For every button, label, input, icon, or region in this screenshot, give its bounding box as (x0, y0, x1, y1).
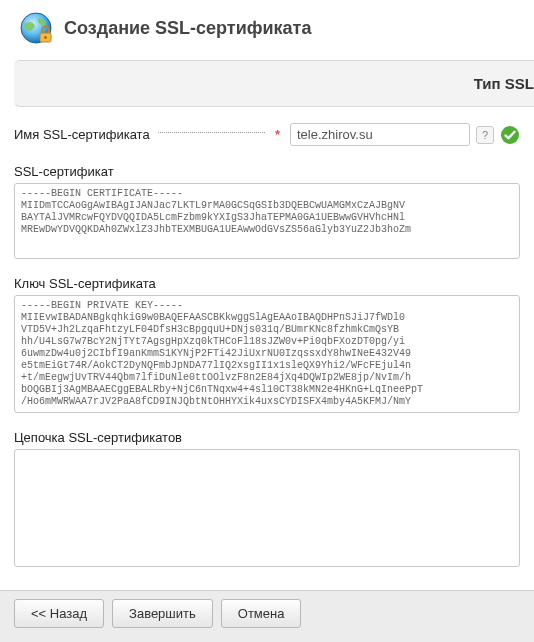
help-icon[interactable]: ? (476, 126, 494, 144)
page-title: Создание SSL-сертификата (64, 18, 311, 39)
finish-button[interactable]: Завершить (112, 599, 213, 628)
cert-name-label: Имя SSL-сертификата (14, 127, 150, 142)
chain-textarea[interactable] (14, 449, 520, 567)
cert-label: SSL-сертификат (0, 150, 534, 183)
type-section-header: Тип SSL (14, 60, 534, 107)
svg-point-2 (44, 36, 47, 39)
dotted-leader (158, 132, 265, 133)
back-button[interactable]: << Назад (14, 599, 104, 628)
chain-label: Цепочка SSL-сертификатов (0, 416, 534, 449)
header: Создание SSL-сертификата (0, 0, 534, 54)
cert-textarea[interactable] (14, 183, 520, 259)
required-asterisk: * (275, 127, 280, 142)
key-label: Ключ SSL-сертификата (0, 262, 534, 295)
cert-name-input[interactable] (290, 123, 470, 146)
cert-name-row: Имя SSL-сертификата * ? (0, 107, 534, 150)
cancel-button[interactable]: Отмена (221, 599, 302, 628)
key-textarea[interactable] (14, 295, 520, 413)
check-circle-icon (500, 125, 520, 145)
footer-bar: << Назад Завершить Отмена (0, 590, 534, 642)
globe-lock-icon (18, 10, 54, 46)
